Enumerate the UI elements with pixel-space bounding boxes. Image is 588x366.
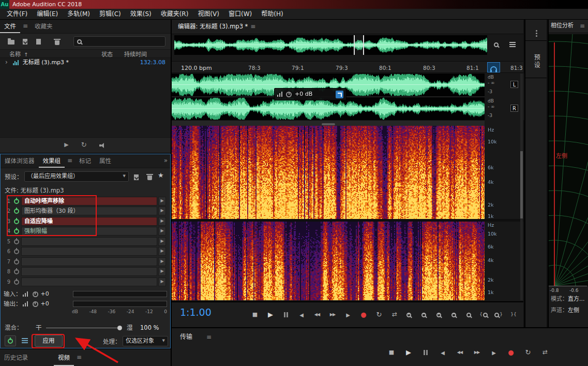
- play-button[interactable]: ▶: [402, 348, 415, 357]
- save-preset-icon[interactable]: [132, 173, 140, 181]
- overview-selection-handle[interactable]: [354, 35, 364, 55]
- stop-button[interactable]: ■: [385, 348, 398, 357]
- new-item-icon[interactable]: [34, 37, 42, 46]
- phase-scope[interactable]: 左侧: [549, 34, 588, 286]
- skip-selection-button[interactable]: ⇄: [388, 310, 401, 319]
- file-name[interactable]: 无标题 (3).mp3 *: [23, 60, 69, 66]
- search-box[interactable]: [73, 36, 165, 47]
- effect-power-icon[interactable]: [14, 239, 19, 244]
- hud-gain-knob[interactable]: [286, 92, 292, 97]
- open-file-icon[interactable]: [6, 37, 16, 46]
- rack-power-button[interactable]: [5, 335, 16, 346]
- collapsed-presets-tab[interactable]: 预设: [533, 54, 539, 69]
- effect-slot[interactable]: 7▶: [2, 257, 166, 267]
- left-channel-badge[interactable]: L: [510, 81, 518, 88]
- menu-effects[interactable]: 效果(S): [126, 9, 156, 19]
- stop-button[interactable]: ■: [248, 310, 262, 319]
- rewind-button[interactable]: ◀◀: [310, 310, 324, 319]
- zoom-full-icon[interactable]: }{: [507, 310, 520, 319]
- menu-favorites[interactable]: 收藏夹(R): [156, 9, 193, 19]
- spectrogram-left-channel[interactable]: [172, 126, 485, 219]
- output-gain-value[interactable]: +0: [41, 301, 49, 307]
- go-to-end-button[interactable]: ▶: [487, 348, 501, 357]
- panel-menu-icon[interactable]: ≡: [579, 23, 586, 30]
- expand-icon[interactable]: ›: [5, 59, 8, 66]
- spectrogram-right-channel[interactable]: [172, 222, 485, 300]
- effect-power-icon[interactable]: [14, 249, 19, 254]
- panel-options-icon[interactable]: [536, 30, 537, 32]
- loop-playback-button[interactable]: ↻: [372, 310, 386, 319]
- mix-slider-track[interactable]: [46, 328, 119, 328]
- zoom-sel-start-icon[interactable]: {: [477, 310, 490, 319]
- effect-slot[interactable]: 5▶: [2, 237, 166, 246]
- tab-markers[interactable]: 标记: [75, 154, 95, 168]
- tab-media-browser[interactable]: 媒体浏览器: [1, 154, 39, 168]
- tab-history[interactable]: 历史记录: [0, 349, 32, 366]
- right-channel-badge[interactable]: R: [510, 105, 518, 112]
- preview-loop-icon[interactable]: ↻: [81, 141, 87, 149]
- loop-playback-button[interactable]: ↻: [521, 348, 535, 357]
- process-dropdown[interactable]: 仅选区对象 ▼: [123, 336, 168, 346]
- pan-scrollbar[interactable]: [172, 121, 485, 126]
- waveform-right-channel[interactable]: [172, 97, 485, 120]
- delete-preset-icon[interactable]: [145, 172, 154, 181]
- go-to-start-button[interactable]: ◀: [436, 348, 449, 357]
- channel-value[interactable]: 左侧: [568, 308, 579, 314]
- favorite-star-icon[interactable]: ★: [158, 172, 164, 179]
- effect-menu-arrow-icon[interactable]: ▶: [158, 247, 166, 256]
- overview-waveform[interactable]: [174, 35, 487, 55]
- effect-name[interactable]: [21, 277, 157, 286]
- hud-pin-icon[interactable]: [336, 91, 343, 98]
- editor-title[interactable]: 编辑器: 无标题 (3).mp3 *: [178, 23, 248, 30]
- hud-gain-value[interactable]: +0 dB: [295, 91, 312, 97]
- menu-file[interactable]: 文件(F): [2, 9, 32, 19]
- column-name[interactable]: 名称: [9, 52, 21, 58]
- fast-forward-button[interactable]: ▶▶: [326, 310, 339, 319]
- tab-effects-rack[interactable]: 效果组: [39, 154, 65, 168]
- tab-favorites[interactable]: 收藏夹: [31, 20, 57, 33]
- gain-hud[interactable]: +0 dB: [274, 88, 346, 100]
- timeline-ruler[interactable]: 120.0 bpm 78:3 79:1 79:3 80:1 80:3 81:1 …: [172, 61, 523, 73]
- rewind-button[interactable]: ◀◀: [453, 348, 466, 357]
- effect-menu-arrow-icon[interactable]: ▶: [158, 207, 166, 215]
- effect-slot[interactable]: 9▶: [2, 277, 166, 287]
- panel-menu-icon[interactable]: ≡: [204, 334, 214, 341]
- tab-files[interactable]: 文件: [0, 20, 20, 33]
- pause-button[interactable]: [419, 348, 432, 357]
- zoom-navigate-icon[interactable]: [490, 39, 502, 50]
- effect-name[interactable]: [21, 237, 157, 246]
- scrollbar-thumb[interactable]: [520, 151, 523, 218]
- display-settings-icon[interactable]: [507, 39, 518, 50]
- effect-name[interactable]: [21, 267, 157, 276]
- panel-menu-icon[interactable]: ≡: [65, 157, 75, 164]
- preset-dropdown[interactable]: （最后应用效果组） ▼: [24, 171, 129, 182]
- effect-menu-arrow-icon[interactable]: ▶: [158, 237, 166, 246]
- time-display[interactable]: 1:1.00: [180, 307, 212, 318]
- scrollbar-grip[interactable]: [322, 123, 335, 125]
- effect-menu-arrow-icon[interactable]: ▶: [158, 257, 166, 266]
- effect-menu-arrow-icon[interactable]: ▶: [158, 267, 166, 276]
- zoom-out-time-icon[interactable]: [447, 310, 460, 319]
- preview-play-icon[interactable]: ▶: [64, 142, 68, 148]
- effect-slot[interactable]: 8▶: [2, 267, 166, 276]
- menu-help[interactable]: 帮助(H): [257, 9, 288, 19]
- speaker-icon[interactable]: [99, 142, 107, 149]
- tab-properties[interactable]: 属性: [95, 154, 115, 168]
- skip-selection-button[interactable]: ⇄: [538, 348, 552, 357]
- monitor-headphones-button[interactable]: [487, 62, 500, 72]
- zoom-sel-end-icon[interactable]: }: [492, 310, 505, 319]
- effect-menu-arrow-icon[interactable]: ▶: [158, 217, 166, 226]
- effect-name[interactable]: [21, 247, 157, 256]
- effect-name[interactable]: [21, 257, 157, 266]
- zoom-selection-icon[interactable]: [462, 310, 475, 319]
- go-to-start-button[interactable]: ◀: [295, 310, 308, 319]
- mode-value[interactable]: 直方...: [568, 296, 585, 302]
- import-file-icon[interactable]: [21, 37, 29, 46]
- effect-menu-arrow-icon[interactable]: ▶: [158, 227, 166, 236]
- zoom-out-icon[interactable]: [417, 310, 430, 319]
- effect-power-icon[interactable]: [14, 280, 19, 285]
- menu-multitrack[interactable]: 多轨(M): [63, 9, 95, 19]
- menu-edit[interactable]: 编辑(E): [32, 9, 63, 19]
- effect-power-icon[interactable]: [14, 269, 19, 274]
- vertical-scrollbar[interactable]: [520, 74, 523, 300]
